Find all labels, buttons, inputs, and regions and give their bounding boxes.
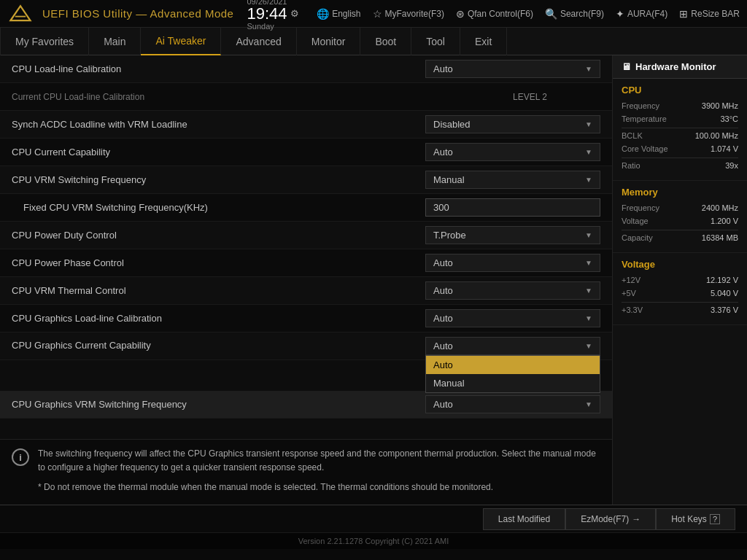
fan-icon: ⊛ xyxy=(456,8,465,20)
ez-mode-label: EzMode(F7) xyxy=(581,514,629,524)
info-text-primary: The switching frequency will affect the … xyxy=(38,447,600,475)
sidebar-voltage-section: Voltage +12V 12.192 V +5V 5.040 V +3.3V … xyxy=(613,253,747,325)
setting-label-cpu-graphics-loadline: CPU Graphics Load-line Calibration xyxy=(12,313,425,324)
search-btn[interactable]: 🔍 Search(F9) xyxy=(545,8,604,20)
setting-row-cpu-power-phase: CPU Power Phase Control Auto ▼ xyxy=(0,249,612,277)
chevron-down-icon: ▼ xyxy=(585,148,592,156)
my-favorite-btn[interactable]: ☆ MyFavorite(F3) xyxy=(373,8,444,20)
sidebar-cpu-core-voltage-value: 1.074 V xyxy=(711,144,738,153)
chevron-down-icon: ▼ xyxy=(585,176,592,184)
sidebar-cpu-core-voltage-row: Core Voltage 1.074 V xyxy=(622,144,738,153)
resize-bar-btn[interactable]: ⊞ ReSize BAR xyxy=(679,8,740,20)
sidebar-cpu-frequency-value: 3900 MHz xyxy=(702,101,738,110)
dropdown-value: T.Probe xyxy=(433,230,466,241)
resize-icon: ⊞ xyxy=(679,8,688,20)
dropdown-option-manual[interactable]: Manual xyxy=(426,374,600,392)
sidebar-cpu-title: CPU xyxy=(622,85,738,96)
logo-area: UEFI BIOS Utility — Advanced Mode xyxy=(7,4,233,24)
info-icon: i xyxy=(12,448,29,466)
qfan-btn[interactable]: ⊛ Qfan Control(F6) xyxy=(456,8,533,20)
dropdown-value: Auto xyxy=(433,147,453,158)
setting-dropdown-synch-acdc[interactable]: Disabled ▼ xyxy=(425,115,600,133)
setting-row-cpu-current-cap: CPU Current Capability Auto ▼ xyxy=(0,139,612,166)
setting-label-cpu-loadline-cal: CPU Load-line Calibration xyxy=(12,63,425,74)
settings-gear-icon[interactable]: ⚙ xyxy=(290,9,299,18)
sidebar-cpu-temperature-row: Temperature 33°C xyxy=(622,114,738,123)
tab-ai-tweaker[interactable]: Ai Tweaker xyxy=(141,28,221,55)
version-bar: Version 2.21.1278 Copyright (C) 2021 AMI xyxy=(0,532,747,549)
sidebar-divider xyxy=(622,158,738,158)
resize-label: ReSize BAR xyxy=(691,9,740,19)
sidebar-voltage-5v-value: 5.040 V xyxy=(711,289,738,298)
setting-label-current-cpu-loadline: Current CPU Load-line Calibration xyxy=(12,92,513,102)
setting-dropdown-cpu-graphics-vrm-freq[interactable]: Auto ▼ xyxy=(425,395,600,413)
info-panel: i The switching frequency will affect th… xyxy=(0,439,612,505)
footer: Last Modified EzMode(F7) → Hot Keys ? xyxy=(0,505,747,532)
arrow-right-icon: → xyxy=(632,514,640,524)
my-favorite-label: MyFavorite(F3) xyxy=(385,9,444,19)
sidebar-cpu-frequency-label: Frequency xyxy=(622,101,659,110)
aura-label: AURA(F4) xyxy=(627,9,667,19)
chevron-down-icon: ▼ xyxy=(585,342,592,350)
dropdown-value: Auto xyxy=(433,341,453,351)
setting-dropdown-cpu-graphics-current[interactable]: Auto ▼ xyxy=(425,337,600,355)
sidebar-memory-capacity-label: Capacity xyxy=(622,233,653,242)
dropdown-option-auto[interactable]: Auto xyxy=(426,356,600,374)
setting-dropdown-cpu-power-duty[interactable]: T.Probe ▼ xyxy=(425,226,600,244)
sidebar-memory-voltage-value: 1.200 V xyxy=(711,217,738,225)
chevron-down-icon: ▼ xyxy=(585,231,592,239)
time-display: 19:44 ⚙ xyxy=(247,6,298,22)
sidebar-voltage-12v-row: +12V 12.192 V xyxy=(622,276,738,284)
setting-row-cpu-vrm-freq: CPU VRM Switching Frequency Manual ▼ xyxy=(0,166,612,194)
sidebar-memory-section: Memory Frequency 2400 MHz Voltage 1.200 … xyxy=(613,181,747,253)
svg-marker-0 xyxy=(11,6,31,20)
qfan-label: Qfan Control(F6) xyxy=(468,9,533,19)
setting-dropdown-cpu-vrm-thermal[interactable]: Auto ▼ xyxy=(425,281,600,300)
sidebar-memory-frequency-value: 2400 MHz xyxy=(702,203,738,212)
dropdown-value: Auto xyxy=(433,285,453,296)
hot-keys-label: Hot Keys xyxy=(671,514,707,524)
asus-logo xyxy=(7,4,34,24)
search-label: Search(F9) xyxy=(560,9,604,19)
tab-advanced[interactable]: Advanced xyxy=(221,28,296,55)
tab-my-favorites[interactable]: My Favorites xyxy=(0,28,89,55)
setting-dropdown-cpu-graphics-loadline[interactable]: Auto ▼ xyxy=(425,309,600,327)
language-selector[interactable]: 🌐 English xyxy=(317,8,360,20)
setting-row-synch-acdc: Synch ACDC Loadline with VRM Loadline Di… xyxy=(0,111,612,139)
sidebar-memory-voltage-row: Voltage 1.200 V xyxy=(622,217,738,225)
tab-main[interactable]: Main xyxy=(89,28,141,55)
setting-dropdown-cpu-loadline-cal[interactable]: Auto ▼ xyxy=(425,60,600,78)
dropdown-value: Auto xyxy=(433,399,453,410)
setting-dropdown-cpu-current-cap[interactable]: Auto ▼ xyxy=(425,143,600,161)
navbar: My Favorites Main Ai Tweaker Advanced Mo… xyxy=(0,28,747,55)
aura-btn[interactable]: ✦ AURA(F4) xyxy=(616,8,667,20)
tab-tool[interactable]: Tool xyxy=(411,28,460,55)
setting-row-cpu-graphics-current: CPU Graphics Current Capability Auto ▼ A… xyxy=(0,332,612,360)
setting-row-cpu-power-duty: CPU Power Duty Control T.Probe ▼ xyxy=(0,222,612,249)
aura-icon: ✦ xyxy=(616,8,624,20)
last-modified-button[interactable]: Last Modified xyxy=(483,508,565,530)
setting-dropdown-cpu-power-phase[interactable]: Auto ▼ xyxy=(425,254,600,272)
tab-monitor[interactable]: Monitor xyxy=(297,28,361,55)
setting-input-fixed-cpu-vrm-freq[interactable]: 300 xyxy=(425,198,600,217)
sidebar-voltage-5v-row: +5V 5.040 V xyxy=(622,289,738,298)
globe-icon: 🌐 xyxy=(317,8,329,20)
hot-keys-button[interactable]: Hot Keys ? xyxy=(656,508,735,530)
ez-mode-button[interactable]: EzMode(F7) → xyxy=(565,508,656,530)
chevron-down-icon: ▼ xyxy=(585,259,592,267)
sidebar-voltage-title: Voltage xyxy=(622,259,738,270)
version-text: Version 2.21.1278 Copyright (C) 2021 AMI xyxy=(298,537,449,545)
settings-list: CPU Load-line Calibration Auto ▼ Current… xyxy=(0,55,612,439)
setting-dropdown-cpu-vrm-freq[interactable]: Manual ▼ xyxy=(425,171,600,189)
setting-row-current-cpu-loadline: Current CPU Load-line Calibration LEVEL … xyxy=(0,83,612,111)
language-label: English xyxy=(332,9,360,19)
sidebar-memory-capacity-row: Capacity 16384 MB xyxy=(622,233,738,242)
tab-boot[interactable]: Boot xyxy=(360,28,411,55)
sidebar-memory-title: Memory xyxy=(622,187,738,198)
tab-exit[interactable]: Exit xyxy=(460,28,507,55)
setting-value-current-cpu-loadline: LEVEL 2 xyxy=(513,92,600,102)
chevron-down-icon: ▼ xyxy=(585,120,592,128)
sidebar-memory-frequency-row: Frequency 2400 MHz xyxy=(622,203,738,212)
sidebar-cpu-bclk-row: BCLK 100.00 MHz xyxy=(622,131,738,140)
sidebar-divider xyxy=(622,302,738,303)
